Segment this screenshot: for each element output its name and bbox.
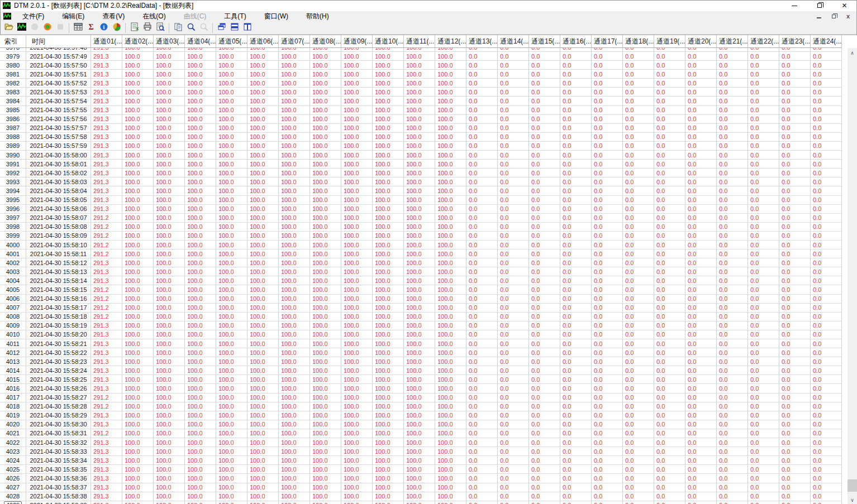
cell-channel17[interactable]: 0.0	[592, 313, 623, 321]
cell-channel02[interactable]: 100.0	[122, 106, 154, 115]
cell-channel06[interactable]: 100.0	[247, 186, 279, 195]
cell-channel11[interactable]: 100.0	[404, 438, 435, 447]
cell-channel14[interactable]: 0.0	[498, 375, 529, 384]
cell-channel14[interactable]: 0.0	[498, 501, 529, 504]
cell-channel19[interactable]: 0.0	[654, 330, 685, 339]
cell-channel23[interactable]: 0.0	[779, 88, 811, 97]
cell-channel20[interactable]: 0.0	[685, 483, 717, 492]
cell-channel05[interactable]: 100.0	[216, 483, 247, 492]
cell-channel02[interactable]: 100.0	[122, 321, 154, 330]
cell-channel15[interactable]: 0.0	[529, 196, 560, 205]
cell-channel24[interactable]: 0.0	[811, 61, 842, 70]
cell-channel01[interactable]: 291.3	[91, 97, 122, 105]
cell-channel14[interactable]: 0.0	[498, 492, 529, 501]
cell-channel23[interactable]: 0.0	[779, 232, 811, 241]
cell-channel13[interactable]: 0.0	[466, 483, 498, 492]
cell-channel19[interactable]: 0.0	[654, 501, 685, 504]
cell-time[interactable]: 2021-04-30 15:57:50	[26, 61, 91, 70]
table-row[interactable]: 40002021-04-30 15:58:10291.2100.0100.010…	[0, 241, 842, 249]
tile-vertical-button[interactable]	[241, 22, 254, 34]
cell-channel17[interactable]: 0.0	[592, 205, 623, 214]
cell-channel12[interactable]: 100.0	[435, 48, 466, 52]
cell-channel05[interactable]: 100.0	[216, 241, 247, 249]
cell-channel11[interactable]: 100.0	[404, 258, 435, 267]
cell-channel21[interactable]: 0.0	[717, 474, 748, 483]
cell-channel05[interactable]: 100.0	[216, 429, 247, 438]
cell-channel22[interactable]: 0.0	[748, 169, 779, 177]
cell-channel24[interactable]: 0.0	[811, 160, 842, 169]
cell-channel18[interactable]: 0.0	[623, 313, 654, 321]
cell-channel10[interactable]: 100.0	[373, 456, 404, 465]
cell-channel13[interactable]: 0.0	[466, 438, 498, 447]
cell-channel21[interactable]: 0.0	[717, 501, 748, 504]
cell-channel06[interactable]: 100.0	[247, 474, 279, 483]
cell-channel02[interactable]: 100.0	[122, 70, 154, 79]
cell-channel17[interactable]: 0.0	[592, 492, 623, 501]
cell-channel05[interactable]: 100.0	[216, 304, 247, 313]
cell-index[interactable]: 4019	[0, 411, 26, 420]
cell-channel20[interactable]: 0.0	[685, 321, 717, 330]
cell-channel21[interactable]: 0.0	[717, 420, 748, 429]
cell-channel07[interactable]: 100.0	[279, 492, 310, 501]
cell-channel21[interactable]: 0.0	[717, 402, 748, 411]
cell-channel01[interactable]: 291.3	[91, 124, 122, 133]
cell-index[interactable]: 4009	[0, 321, 26, 330]
cell-channel20[interactable]: 0.0	[685, 465, 717, 474]
column-header-channel11[interactable]: 通道11(...	[404, 35, 435, 47]
cell-channel12[interactable]: 100.0	[435, 474, 466, 483]
cell-channel23[interactable]: 0.0	[779, 402, 811, 411]
cell-channel07[interactable]: 100.0	[279, 456, 310, 465]
cell-channel05[interactable]: 100.0	[216, 258, 247, 267]
cell-channel02[interactable]: 100.0	[122, 366, 154, 375]
cell-channel10[interactable]: 100.0	[373, 115, 404, 124]
cell-channel21[interactable]: 0.0	[717, 313, 748, 321]
cell-channel08[interactable]: 100.0	[310, 402, 341, 411]
cell-channel12[interactable]: 100.0	[435, 249, 466, 258]
cell-channel09[interactable]: 100.0	[341, 474, 373, 483]
cell-channel10[interactable]: 100.0	[373, 285, 404, 294]
cell-channel23[interactable]: 0.0	[779, 330, 811, 339]
cell-index[interactable]: 4000	[0, 241, 26, 249]
cell-channel04[interactable]: 100.0	[185, 115, 216, 124]
cell-channel22[interactable]: 0.0	[748, 186, 779, 195]
cell-channel14[interactable]: 0.0	[498, 267, 529, 276]
cell-channel06[interactable]: 100.0	[247, 429, 279, 438]
cell-channel06[interactable]: 100.0	[247, 223, 279, 232]
cell-channel12[interactable]: 100.0	[435, 501, 466, 504]
cell-channel23[interactable]: 0.0	[779, 384, 811, 393]
cell-channel12[interactable]: 100.0	[435, 151, 466, 160]
cell-channel17[interactable]: 0.0	[592, 295, 623, 304]
cell-channel21[interactable]: 0.0	[717, 339, 748, 348]
cell-channel17[interactable]: 0.0	[592, 115, 623, 124]
cell-channel20[interactable]: 0.0	[685, 348, 717, 357]
cell-channel23[interactable]: 0.0	[779, 429, 811, 438]
cell-channel20[interactable]: 0.0	[685, 196, 717, 205]
cell-channel13[interactable]: 0.0	[466, 402, 498, 411]
cell-channel23[interactable]: 0.0	[779, 276, 811, 285]
cell-channel04[interactable]: 100.0	[185, 357, 216, 366]
cell-channel22[interactable]: 0.0	[748, 232, 779, 241]
cell-channel02[interactable]: 100.0	[122, 429, 154, 438]
cell-channel21[interactable]: 0.0	[717, 492, 748, 501]
cell-channel06[interactable]: 100.0	[247, 70, 279, 79]
cell-channel09[interactable]: 100.0	[341, 106, 373, 115]
close-button[interactable]: ✕	[832, 0, 857, 11]
column-header-channel04[interactable]: 通道04(...	[185, 35, 216, 47]
cell-channel06[interactable]: 100.0	[247, 411, 279, 420]
cell-channel22[interactable]: 0.0	[748, 97, 779, 105]
cell-channel06[interactable]: 100.0	[247, 313, 279, 321]
cell-channel05[interactable]: 100.0	[216, 285, 247, 294]
column-header-channel19[interactable]: 通道19(...	[654, 35, 685, 47]
cell-channel13[interactable]: 0.0	[466, 48, 498, 52]
cell-channel10[interactable]: 100.0	[373, 429, 404, 438]
cell-channel17[interactable]: 0.0	[592, 438, 623, 447]
cell-channel18[interactable]: 0.0	[623, 249, 654, 258]
cell-channel01[interactable]: 291.3	[91, 160, 122, 169]
cell-index[interactable]: 4021	[0, 429, 26, 438]
cell-channel13[interactable]: 0.0	[466, 465, 498, 474]
cell-channel07[interactable]: 100.0	[279, 313, 310, 321]
cell-channel23[interactable]: 0.0	[779, 48, 811, 52]
cell-channel03[interactable]: 100.0	[154, 465, 185, 474]
cell-channel08[interactable]: 100.0	[310, 88, 341, 97]
cell-channel21[interactable]: 0.0	[717, 48, 748, 52]
